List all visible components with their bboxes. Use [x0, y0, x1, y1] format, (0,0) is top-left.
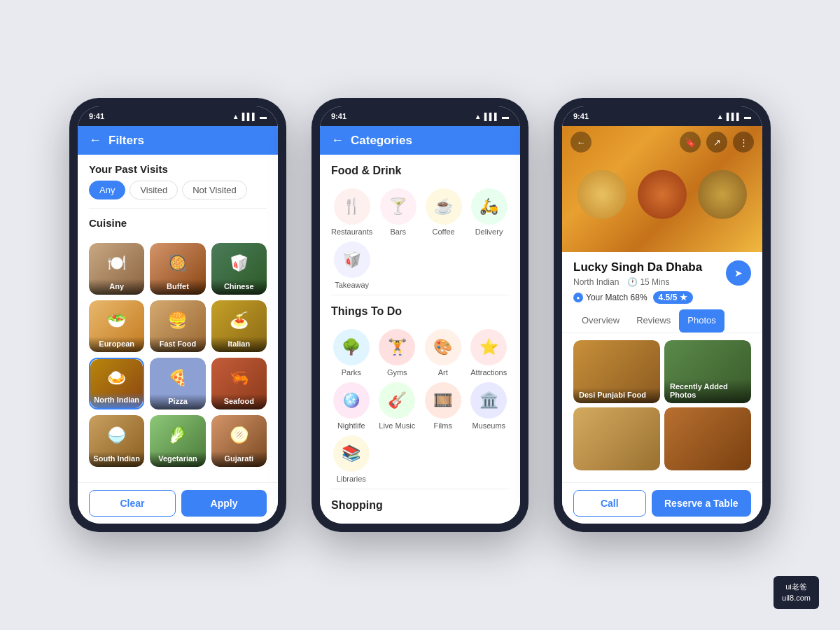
photos-content: Desi Punjabi Food Recently Added Photos — [562, 333, 762, 482]
photo-food3[interactable] — [664, 407, 751, 470]
notch-2 — [399, 106, 441, 116]
food-drink-grid: 🍴 Restaurants 🍸 Bars ☕ Coffee 🛵 Delivery — [320, 183, 520, 295]
cuisine-southindian[interactable]: 🍚 South Indian — [89, 415, 144, 467]
parks-label: Parks — [342, 368, 361, 377]
dish-1 — [578, 170, 626, 219]
cat-libraries[interactable]: 📚 Libraries — [331, 435, 372, 483]
restaurant-info: Lucky Singh Da Dhaba North Indian 🕐 15 M… — [562, 252, 762, 309]
tab-overview[interactable]: Overview — [573, 309, 628, 332]
more-button[interactable]: ⋮ — [733, 132, 754, 153]
signal-icon-3: ▌▌▌ — [727, 113, 741, 120]
clock-icon: 🕐 — [627, 277, 638, 287]
restaurant-name: Lucky Singh Da Dhaba — [573, 260, 726, 274]
art-icon: 🎨 — [425, 329, 461, 365]
restaurant-badges: ● Your Match 68% 4.5/5 ★ — [573, 291, 751, 304]
nightlife-label: Nightlife — [337, 421, 365, 430]
call-button[interactable]: Call — [573, 490, 646, 517]
clear-button[interactable]: Clear — [89, 490, 176, 517]
cat-delivery[interactable]: 🛵 Delivery — [469, 188, 509, 236]
cuisine-vegetarian[interactable]: 🥬 Vegetarian — [150, 415, 205, 467]
attractions-icon: ⭐ — [470, 329, 507, 365]
tab-not-visited[interactable]: Not Visited — [182, 181, 247, 200]
cat-parks[interactable]: 🌳 Parks — [331, 329, 372, 377]
tab-any[interactable]: Any — [89, 181, 125, 200]
cat-gyms[interactable]: 🏋️ Gyms — [377, 329, 418, 377]
cat-coffee[interactable]: ☕ Coffee — [424, 188, 463, 236]
tab-reviews[interactable]: Reviews — [628, 309, 679, 332]
signal-icon-2: ▌▌▌ — [484, 113, 499, 120]
photo-punjabi-label: Desi Punjabi Food — [573, 388, 660, 403]
cat-attractions[interactable]: ⭐ Attractions — [469, 329, 510, 377]
reserve-button[interactable]: Reserve a Table — [652, 490, 751, 517]
attractions-label: Attractions — [470, 368, 507, 377]
cuisine-title: Cuisine — [78, 209, 278, 234]
filters-content: Your Past Visits Any Visited Not Visited… — [78, 155, 278, 482]
filters-bottom-bar: Clear Apply — [78, 482, 278, 524]
bookmark-button[interactable]: 🔖 — [680, 132, 701, 153]
photos-grid: Desi Punjabi Food Recently Added Photos — [562, 333, 762, 477]
photo-recently-added[interactable]: Recently Added Photos — [664, 340, 751, 403]
restaurants-icon: 🍴 — [334, 188, 370, 225]
cuisine-any[interactable]: 🍽️ Any — [89, 243, 144, 295]
cuisine-seafood[interactable]: 🦐 Seafood — [211, 358, 267, 410]
photo-punjabi[interactable]: Desi Punjabi Food — [573, 340, 660, 403]
cat-museums[interactable]: 🏛️ Museums — [469, 382, 510, 430]
hero-back-button[interactable]: ← — [570, 132, 592, 153]
cat-nightlife[interactable]: 🪩 Nightlife — [331, 382, 372, 430]
watermark-line1: ui老爸 — [782, 582, 811, 592]
hero-action-buttons: 🔖 ↗ ⋮ — [680, 132, 754, 153]
coffee-label: Coffee — [433, 227, 455, 236]
match-dot-icon: ● — [573, 293, 583, 302]
phones-container: 9:41 ▲ ▌▌▌ ▬ ← Filters Your Past Visits … — [55, 70, 785, 560]
navigation-button[interactable]: ➤ — [726, 260, 751, 286]
cuisine-european[interactable]: 🥗 European — [89, 300, 144, 352]
detail-bottom-bar: Call Reserve a Table — [562, 482, 762, 524]
apply-button[interactable]: Apply — [181, 490, 267, 517]
cat-restaurants[interactable]: 🍴 Restaurants — [331, 188, 372, 236]
status-icons-2: ▲ ▌▌▌ ▬ — [475, 113, 509, 120]
match-text: Your Match 68% — [586, 293, 648, 302]
share-button[interactable]: ↗ — [706, 132, 727, 153]
cuisine-italian[interactable]: 🍝 Italian — [211, 300, 267, 352]
cat-films[interactable]: 🎞️ Films — [423, 382, 463, 430]
tab-photos[interactable]: Photos — [679, 309, 724, 332]
signal-icon-1: ▌▌▌ — [242, 113, 257, 120]
categories-content: Food & Drink 🍴 Restaurants 🍸 Bars ☕ Coff… — [320, 155, 520, 524]
tab-visited[interactable]: Visited — [130, 181, 178, 200]
restaurant-meta: North Indian 🕐 15 Mins — [573, 277, 726, 287]
gyms-label: Gyms — [387, 368, 407, 377]
cat-takeaway[interactable]: 🥡 Takeaway — [331, 241, 372, 289]
cuisine-pizza[interactable]: 🍕 Pizza — [150, 358, 205, 410]
things-grid: 🌳 Parks 🏋️ Gyms 🎨 Art ⭐ Attractions — [320, 323, 520, 489]
photo-food2[interactable] — [573, 407, 660, 470]
libraries-label: Libraries — [337, 475, 366, 483]
things-to-do-title: Things To Do — [320, 295, 520, 323]
watermark: ui老爸 uil8.com — [774, 576, 819, 609]
cat-bars[interactable]: 🍸 Bars — [378, 188, 418, 236]
cuisine-buffet[interactable]: 🥘 Buffet — [150, 243, 205, 295]
photo-recently-added-label: Recently Added Photos — [664, 379, 751, 403]
back-button-1[interactable]: ← — [89, 133, 102, 148]
rating-badge: 4.5/5 ★ — [653, 291, 693, 304]
categories-header: ← Categories — [320, 126, 520, 155]
back-button-2[interactable]: ← — [331, 133, 344, 148]
bars-icon: 🍸 — [380, 188, 416, 225]
match-badge: ● Your Match 68% — [573, 293, 648, 302]
livemusic-icon: 🎸 — [379, 382, 415, 419]
cuisine-fastfood[interactable]: 🍔 Fast Food — [150, 300, 205, 352]
cuisine-gujarati[interactable]: 🫓 Gujarati — [211, 415, 267, 467]
dish-2 — [638, 170, 687, 219]
detail-tabs: Overview Reviews Photos — [562, 309, 762, 333]
filters-title: Filters — [108, 134, 144, 148]
battery-icon-1: ▬ — [260, 113, 267, 120]
nightlife-icon: 🪩 — [333, 382, 370, 419]
food-dishes-decoration — [575, 167, 750, 222]
cat-livemusic[interactable]: 🎸 Live Music — [377, 382, 418, 430]
wifi-icon-3: ▲ — [717, 113, 724, 120]
cat-art[interactable]: 🎨 Art — [423, 329, 463, 377]
phone-detail: 9:41 ▲ ▌▌▌ ▬ ← 🔖 ↗ ⋮ — [554, 98, 771, 532]
coffee-icon: ☕ — [426, 188, 462, 225]
bars-label: Bars — [390, 227, 406, 236]
cuisine-chinese[interactable]: 🥡 Chinese — [211, 243, 267, 295]
cuisine-northindian[interactable]: 🍛 North Indian — [89, 358, 144, 410]
